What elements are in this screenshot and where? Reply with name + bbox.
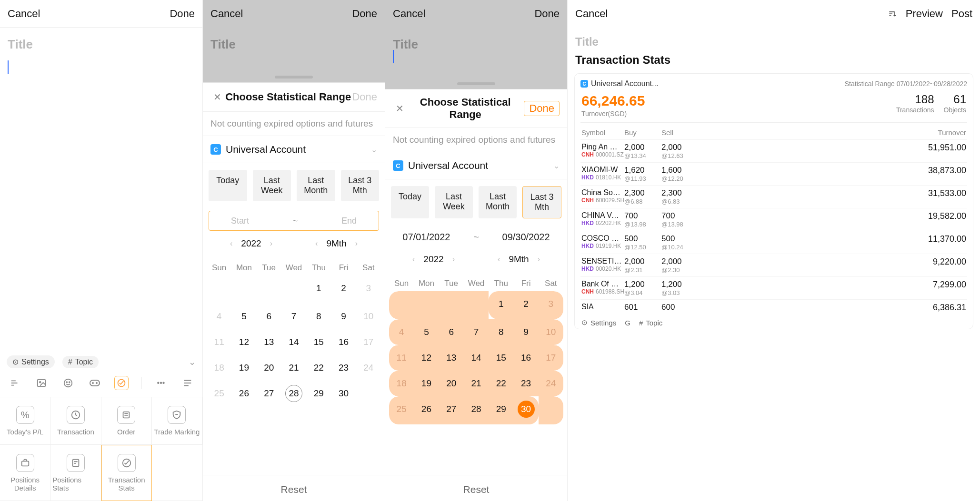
calendar-day[interactable]: 9 xyxy=(331,304,356,329)
chip-last-3-mth[interactable]: Last 3 Mth xyxy=(341,170,380,201)
calendar-day[interactable]: 29 xyxy=(489,396,513,424)
month-next[interactable]: › xyxy=(534,253,544,265)
calendar-day[interactable]: 14 xyxy=(281,329,306,355)
card-transaction[interactable]: Transaction xyxy=(50,397,101,445)
calendar-day[interactable]: 28 xyxy=(464,396,489,424)
title-input[interactable]: Title xyxy=(385,28,567,57)
collapse-tags[interactable]: ⌄ xyxy=(189,357,196,367)
calendar-day[interactable]: 2 xyxy=(331,275,356,304)
table-row[interactable]: SENSETIME-WHKD00020.HK2,000@2.312,000@2.… xyxy=(580,254,967,276)
calendar-day[interactable]: 22 xyxy=(489,371,513,396)
calendar-day[interactable]: 24 xyxy=(539,371,563,396)
modal-done-active[interactable]: Done xyxy=(524,101,560,116)
pill-icon[interactable] xyxy=(88,376,102,390)
calendar-day[interactable]: 6 xyxy=(257,304,281,329)
calendar-day[interactable]: 23 xyxy=(513,371,538,396)
calendar-day[interactable]: 22 xyxy=(306,355,331,381)
calendar-day[interactable]: 27 xyxy=(257,381,281,409)
table-row[interactable]: XIAOMI-WHKD01810.HK1,620@11.931,600@12.2… xyxy=(580,162,967,185)
calendar-day[interactable]: 2 xyxy=(513,291,538,319)
calendar-day[interactable]: 13 xyxy=(257,329,281,355)
calendar-day[interactable] xyxy=(207,275,231,304)
calendar-day[interactable]: 9 xyxy=(513,319,538,345)
settings-tag[interactable]: ⊙Settings xyxy=(581,318,616,327)
calendar-day[interactable]: 10 xyxy=(539,319,563,345)
calendar-day[interactable]: 1 xyxy=(489,291,513,319)
more-icon[interactable]: ••• xyxy=(154,376,168,390)
chip-last-month[interactable]: Last Month xyxy=(479,186,517,218)
calendar-day[interactable]: 21 xyxy=(464,371,489,396)
calendar-day[interactable] xyxy=(231,275,256,304)
cancel-button[interactable]: Cancel xyxy=(393,8,425,20)
table-row[interactable]: COSCO SHIP HOLDHKD01919.HK500@12.50500@1… xyxy=(580,231,967,254)
emoji-icon[interactable] xyxy=(61,376,75,390)
year-next[interactable]: › xyxy=(449,253,459,265)
calendar-day[interactable]: 10 xyxy=(356,304,381,329)
cancel-button[interactable]: Cancel xyxy=(575,8,608,20)
settings-tag[interactable]: ⊙ Settings xyxy=(7,355,55,368)
done-button[interactable]: Done xyxy=(352,8,377,20)
calendar-day[interactable]: 20 xyxy=(257,355,281,381)
calendar-day[interactable]: 19 xyxy=(231,355,256,381)
calendar-day[interactable]: 17 xyxy=(539,345,563,371)
calendar-day[interactable]: 21 xyxy=(281,355,306,381)
format-icon[interactable] xyxy=(8,376,22,390)
calendar-day[interactable]: 25 xyxy=(207,381,231,409)
paragraph-icon[interactable] xyxy=(180,376,195,390)
date-range-display[interactable]: 07/01/2022 ~ 09/30/2022 xyxy=(391,228,561,246)
year-next[interactable]: › xyxy=(266,237,276,250)
title-input[interactable]: Title xyxy=(568,28,980,51)
calendar-day[interactable]: 12 xyxy=(231,329,256,355)
calendar-day[interactable]: 5 xyxy=(231,304,256,329)
card-positions-details[interactable]: Positions Details xyxy=(0,445,50,501)
calendar-day[interactable]: 29 xyxy=(306,381,331,409)
title-input[interactable]: Title xyxy=(203,28,385,57)
close-icon[interactable]: ✕ xyxy=(393,101,407,116)
month-prev[interactable]: ‹ xyxy=(311,237,321,250)
calendar-day[interactable]: 4 xyxy=(389,319,414,345)
card-positions-stats[interactable]: Positions Stats xyxy=(50,445,101,501)
post-button[interactable]: Post xyxy=(951,8,972,20)
calendar-day[interactable]: 27 xyxy=(439,396,464,424)
calendar-day[interactable]: 8 xyxy=(306,304,331,329)
calendar-day[interactable]: 15 xyxy=(489,345,513,371)
topic-tag[interactable]: #Topic xyxy=(639,319,662,327)
calendar-day[interactable]: 18 xyxy=(389,371,414,396)
calendar-day[interactable]: 25 xyxy=(389,396,414,424)
date-range-input[interactable]: Start ~ End xyxy=(209,211,379,231)
preview-button[interactable]: Preview xyxy=(906,8,943,20)
table-row[interactable]: Bank Of ChinaCNH601988.SH1,200@3.041,200… xyxy=(580,276,967,299)
reset-button[interactable]: Reset xyxy=(385,475,567,501)
calendar-day[interactable]: 17 xyxy=(356,329,381,355)
calendar-day[interactable]: 15 xyxy=(306,329,331,355)
month-next[interactable]: › xyxy=(351,237,361,250)
calendar-day[interactable]: 26 xyxy=(231,381,256,409)
calendar-day[interactable] xyxy=(439,291,464,319)
table-row[interactable]: SIA6016006,386.31 xyxy=(580,299,967,315)
month-prev[interactable]: ‹ xyxy=(494,253,504,265)
calendar-day[interactable]: 6 xyxy=(439,319,464,345)
calendar-day[interactable]: 3 xyxy=(539,291,563,319)
calendar-day[interactable]: 20 xyxy=(439,371,464,396)
sort-icon[interactable] xyxy=(888,9,897,19)
card-transaction-stats[interactable]: Transaction Stats xyxy=(101,445,152,501)
calendar-day[interactable]: 13 xyxy=(439,345,464,371)
card-todays-pl[interactable]: % Today's P/L xyxy=(0,397,50,445)
chip-today[interactable]: Today xyxy=(209,170,247,201)
calendar-day[interactable]: 30 xyxy=(513,396,538,424)
chip-last-week[interactable]: Last Week xyxy=(435,186,473,218)
calendar-day[interactable]: 3 xyxy=(356,275,381,304)
table-row[interactable]: Ping An BankCNH000001.SZ2,000@13.342,000… xyxy=(580,139,967,162)
calendar-day[interactable]: 11 xyxy=(389,345,414,371)
calendar-day[interactable]: 30 xyxy=(331,381,356,409)
stats-icon-active[interactable] xyxy=(114,376,129,390)
calendar-day[interactable] xyxy=(257,275,281,304)
calendar-day[interactable]: 1 xyxy=(306,275,331,304)
close-icon[interactable]: ✕ xyxy=(210,89,224,105)
account-selector[interactable]: CUniversal Account ⌄ xyxy=(203,136,385,163)
calendar-day[interactable]: 8 xyxy=(489,319,513,345)
account-selector[interactable]: CUniversal Account ⌄ xyxy=(385,152,567,179)
table-row[interactable]: CHINA VANKEHKD02202.HK700@13.98700@13.98… xyxy=(580,208,967,231)
calendar-day[interactable]: 16 xyxy=(513,345,538,371)
done-button[interactable]: Done xyxy=(534,8,560,20)
